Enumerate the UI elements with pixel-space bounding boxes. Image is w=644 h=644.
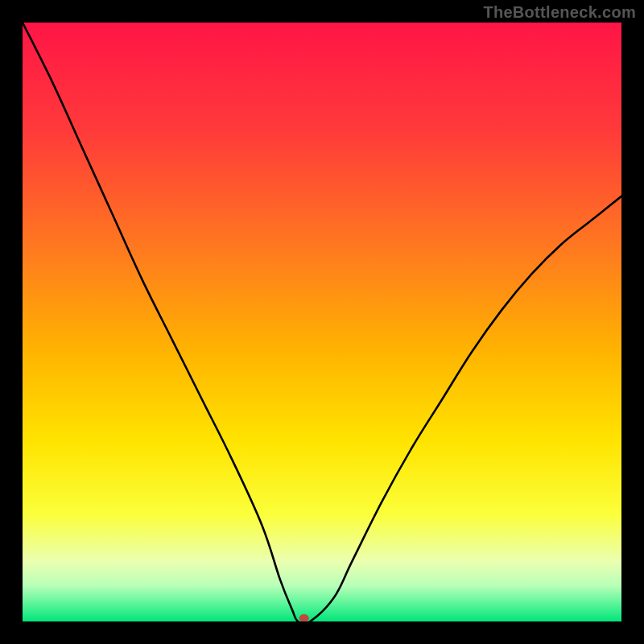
chart-svg (23, 23, 621, 621)
gradient-background (23, 23, 621, 621)
chart-frame: TheBottleneck.com (0, 0, 644, 644)
chart-plot-area (23, 23, 621, 621)
watermark-text: TheBottleneck.com (483, 3, 636, 22)
